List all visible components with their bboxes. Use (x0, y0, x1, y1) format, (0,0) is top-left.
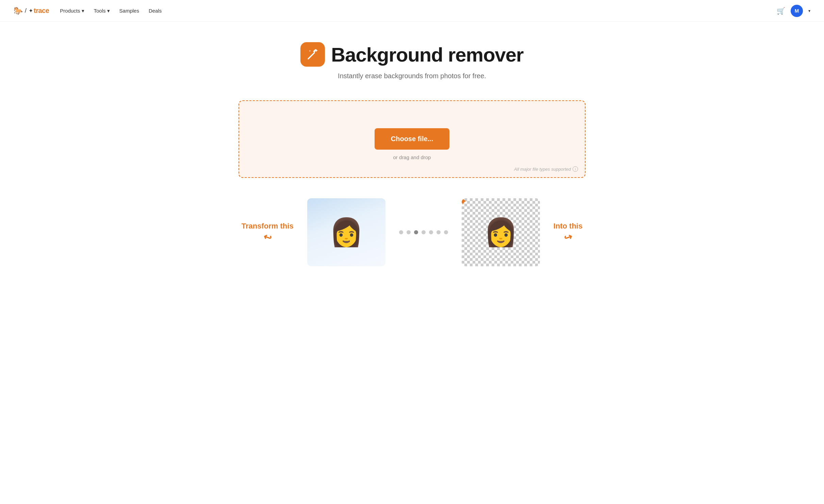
dot-4 (422, 230, 426, 234)
file-types-info: All major file types supported i (514, 166, 578, 172)
logo-trace: ✦ trace (29, 7, 49, 15)
nav-samples[interactable]: Samples (119, 8, 139, 14)
magic-wand-icon (306, 47, 320, 62)
nav-left: 🐎 / ✦ trace Products ▾ Tools ▾ Samples D… (14, 6, 162, 15)
hero-title-row: Background remover (7, 42, 817, 67)
hero-title: Background remover (331, 43, 523, 66)
nav-links: Products ▾ Tools ▾ Samples Deals (60, 8, 162, 14)
demo-after-image: ✦ 👩 (462, 198, 540, 266)
info-icon: i (573, 166, 578, 172)
drag-drop-text: or drag and drop (253, 154, 571, 160)
dot-1 (399, 230, 403, 234)
choose-file-button[interactable]: Choose file... (375, 128, 449, 150)
transform-label: Transform this ↩ (242, 222, 294, 243)
dot-3 (414, 230, 418, 234)
before-person-placeholder: 👩 (307, 198, 385, 266)
after-person-placeholder: 👩 (462, 198, 540, 266)
into-label: Into this ↩ (554, 222, 583, 243)
transform-text: Transform this (242, 222, 294, 231)
nav-tools[interactable]: Tools ▾ (94, 8, 110, 14)
nav-right: 🛒 M ▾ (777, 5, 810, 17)
cart-icon[interactable]: 🛒 (777, 7, 785, 15)
dot-6 (436, 230, 441, 234)
avatar[interactable]: M (791, 5, 803, 17)
hero-subtitle: Instantly erase backgrounds from photos … (7, 72, 817, 80)
sparkle-icon: ✦ (462, 198, 467, 208)
demo-before-image: 👩 (307, 198, 385, 266)
navbar: 🐎 / ✦ trace Products ▾ Tools ▾ Samples D… (0, 0, 824, 22)
demo-progress-dots (399, 230, 448, 234)
dot-5 (429, 230, 433, 234)
dropzone-wrapper: Choose file... or drag and drop All majo… (225, 94, 599, 191)
dropzone[interactable]: Choose file... or drag and drop All majo… (238, 100, 586, 178)
logo[interactable]: 🐎 / ✦ trace (14, 6, 49, 15)
chevron-down-icon: ▾ (82, 8, 84, 14)
nav-products-label: Products (60, 8, 80, 14)
logo-slash: / (25, 7, 27, 14)
avatar-caret-icon[interactable]: ▾ (808, 9, 810, 13)
into-arrow-icon: ↩ (562, 231, 574, 244)
nav-deals[interactable]: Deals (149, 8, 162, 14)
chevron-down-icon: ▾ (107, 8, 110, 14)
avatar-initial: M (795, 8, 799, 14)
file-types-label: All major file types supported (514, 167, 571, 172)
demo-section: Transform this ↩ 👩 ✦ 👩 Into this ↩ (225, 191, 599, 280)
hero-app-icon (300, 42, 325, 67)
dot-7 (444, 230, 448, 234)
logo-text: trace (34, 7, 49, 15)
svg-line-0 (308, 53, 314, 59)
nav-deals-label: Deals (149, 8, 162, 14)
logo-horse-icon: 🐎 (14, 6, 23, 15)
nav-tools-label: Tools (94, 8, 106, 14)
nav-products[interactable]: Products ▾ (60, 8, 84, 14)
dot-2 (407, 230, 411, 234)
nav-samples-label: Samples (119, 8, 139, 14)
into-text: Into this (554, 222, 583, 231)
transform-arrow-icon: ↩ (262, 231, 273, 244)
hero-section: Background remover Instantly erase backg… (0, 22, 824, 94)
